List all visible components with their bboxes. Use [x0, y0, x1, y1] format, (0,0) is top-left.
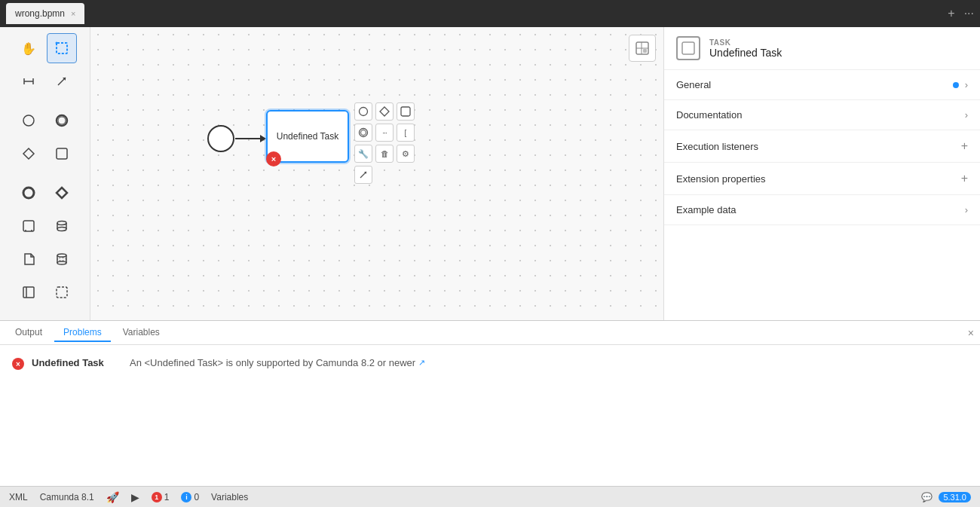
deploy-button[interactable]: 🚀 [106, 491, 119, 503]
tab-main[interactable]: wrong.bpmn × [6, 3, 84, 24]
problem-link-icon[interactable]: ↗ [418, 358, 425, 368]
database-tool-button[interactable] [47, 211, 77, 241]
ctx-replace-button[interactable]: ⚙ [397, 145, 415, 163]
hand-tool-button[interactable]: ✋ [14, 33, 44, 63]
problem-name: Undefined Task [32, 357, 122, 368]
panel-task-icon [676, 36, 700, 60]
svg-rect-39 [643, 49, 647, 53]
panel-section-documentation[interactable]: Documentation › [664, 100, 980, 130]
ctx-row-1 [354, 102, 415, 121]
right-panel: TASK Undefined Task General › Documentat… [663, 27, 980, 320]
svg-point-20 [57, 228, 66, 231]
svg-marker-13 [57, 188, 67, 198]
tool-row-7 [14, 244, 77, 274]
panel-section-general-label: General [676, 79, 711, 90]
tool-row-8 [14, 277, 77, 307]
svg-marker-10 [23, 148, 34, 159]
bottom-panel: Output Problems Variables × × Undefined … [0, 320, 980, 486]
svg-rect-26 [23, 287, 34, 298]
panel-section-documentation-label: Documentation [676, 109, 742, 121]
panel-section-general[interactable]: General › [664, 70, 980, 100]
diamond-tool-button[interactable] [14, 139, 44, 169]
panel-section-extension-properties[interactable]: Extension properties + [664, 163, 980, 195]
minimap-toggle-button[interactable] [629, 35, 656, 62]
panel-header: TASK Undefined Task [664, 27, 980, 70]
general-dot-indicator [953, 82, 959, 88]
tool-row-6 [14, 211, 77, 241]
bold-diamond-tool-button[interactable] [47, 178, 77, 208]
general-arrow-icon: › [965, 79, 968, 90]
panel-section-execution-listeners-label: Execution listeners [676, 141, 758, 152]
version-badge: 5.31.0 [939, 492, 971, 502]
tab-label: wrong.bpmn [15, 8, 65, 19]
engine-label: Camunda 8.1 [40, 492, 94, 502]
panel-section-extension-properties-label: Extension properties [676, 173, 766, 185]
comment-icon[interactable]: 💬 [921, 492, 933, 502]
bottom-panel-close-button[interactable]: × [968, 327, 974, 339]
frame2-tool-button[interactable] [14, 277, 44, 307]
ctx-data-button[interactable]: [ [397, 124, 415, 142]
ctx-row-2: ··· [ [354, 124, 415, 142]
run-button[interactable]: ▶ [131, 491, 139, 503]
bpmn-canvas[interactable]: Undefined Task × ··· [ [90, 27, 663, 320]
svg-rect-28 [57, 287, 67, 298]
panel-section-extension-properties-actions: + [961, 172, 968, 185]
svg-marker-30 [380, 107, 389, 116]
info-icon: i [185, 493, 188, 501]
event-tool-button[interactable] [14, 105, 44, 136]
ctx-append-gateway-button[interactable] [375, 102, 394, 121]
tab-close-button[interactable]: × [71, 9, 75, 18]
ctx-more-button[interactable]: ··· [375, 124, 394, 142]
bold-circle-tool-button[interactable] [14, 178, 44, 208]
tab-variables[interactable]: Variables [114, 324, 169, 342]
frame-tool-button[interactable] [14, 211, 44, 241]
task-error-indicator: × [266, 151, 281, 166]
connect-tool-button[interactable] [47, 66, 77, 96]
error-badge[interactable]: 1 1 [152, 492, 170, 502]
panel-section-documentation-actions: › [965, 109, 968, 121]
panel-type-label: TASK [709, 38, 782, 47]
example-data-arrow-icon: › [965, 204, 968, 215]
task-tool-button[interactable] [47, 139, 77, 169]
marquee-tool-button[interactable] [47, 33, 77, 63]
tool-row-4 [14, 139, 77, 169]
thick-circle-tool-button[interactable] [47, 105, 77, 136]
ctx-append-task-button[interactable] [397, 102, 415, 121]
left-toolbar: ✋ [0, 27, 90, 320]
error-count-badge: 1 [152, 492, 162, 502]
svg-point-33 [361, 130, 366, 136]
database2-tool-button[interactable] [47, 244, 77, 274]
svg-rect-0 [57, 43, 67, 53]
svg-point-21 [57, 254, 66, 257]
sequence-flow[interactable] [235, 138, 265, 139]
variables-status-label[interactable]: Variables [211, 492, 248, 502]
panel-name: Undefined Task [709, 47, 782, 59]
status-bar-right: 💬 5.31.0 [921, 492, 971, 502]
more-tabs-button[interactable]: ··· [964, 7, 974, 20]
start-event-node[interactable] [207, 125, 234, 152]
ctx-properties-button[interactable]: 🔧 [354, 145, 372, 163]
format-label: XML [9, 492, 28, 502]
ctx-intermediate-event-button[interactable] [354, 124, 372, 142]
tab-problems[interactable]: Problems [54, 324, 111, 342]
ctx-append-event-button[interactable] [354, 102, 372, 121]
panel-section-example-data[interactable]: Example data › [664, 195, 980, 225]
ctx-connect-button[interactable] [354, 166, 372, 184]
tab-bar: wrong.bpmn × + ··· [0, 0, 980, 27]
svg-rect-40 [682, 42, 694, 54]
doc-tool-button[interactable] [14, 244, 44, 274]
tool-row-1: ✋ [14, 33, 77, 63]
ctx-delete-button[interactable]: 🗑 [375, 145, 394, 163]
svg-point-1 [55, 42, 57, 44]
dashed-frame-tool-button[interactable] [47, 277, 77, 307]
extension-properties-plus-icon[interactable]: + [961, 172, 968, 185]
execution-listeners-plus-icon[interactable]: + [961, 139, 968, 153]
svg-point-29 [360, 108, 368, 116]
tab-output[interactable]: Output [6, 324, 51, 342]
space-tool-button[interactable] [14, 66, 44, 96]
panel-section-execution-listeners[interactable]: Execution listeners + [664, 130, 980, 163]
problem-row-1: × Undefined Task An <Undefined Task> is … [12, 354, 968, 373]
new-tab-button[interactable]: + [948, 7, 954, 20]
problem-error-icon: × [12, 358, 24, 370]
ctx-row-4 [354, 166, 415, 184]
